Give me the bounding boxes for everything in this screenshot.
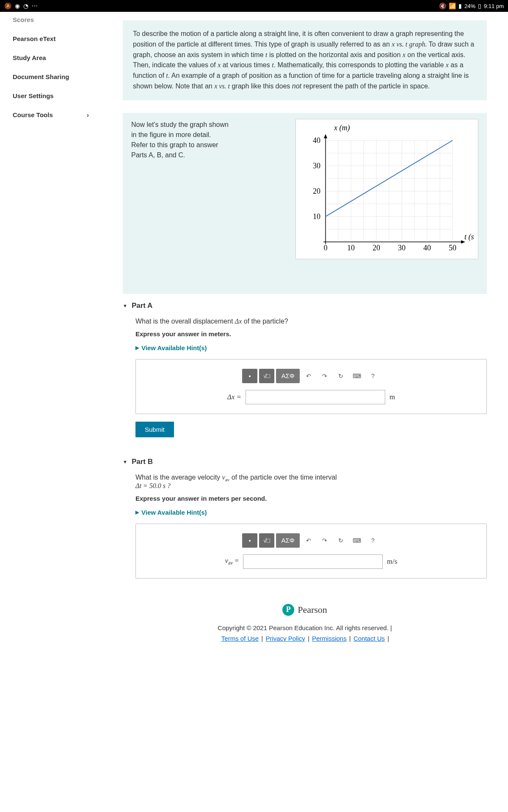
part-a-unit: m (389, 393, 395, 401)
part-a-submit-button[interactable]: Submit (135, 422, 174, 437)
keyboard-button[interactable]: ⌨ (350, 369, 364, 383)
svg-text:50: 50 (449, 244, 456, 252)
part-a-title: Part A (132, 302, 152, 310)
sidebar-item-user-settings[interactable]: User Settings (0, 86, 102, 105)
svg-text:10: 10 (347, 244, 355, 252)
y-axis-label: x (m) (334, 123, 350, 132)
signal-icon: ▮ (458, 3, 462, 9)
clock: 9:11 pm (484, 3, 504, 9)
svg-marker-1 (324, 134, 327, 138)
svg-text:30: 30 (313, 162, 320, 170)
reset-button[interactable]: ↻ (334, 369, 348, 383)
part-a-var-label: Δx = (227, 393, 241, 401)
redo-button[interactable]: ↷ (318, 369, 332, 383)
part-b-body: What is the average velocity vav of the … (123, 474, 487, 591)
terms-link[interactable]: Terms of Use (221, 635, 259, 642)
part-b-toolbar: ▪ √□ ΑΣΦ ↶ ↷ ↻ ⌨ ? (242, 533, 380, 548)
chevron-right-icon: › (87, 111, 89, 118)
greek-symbols-button[interactable]: ΑΣΦ (276, 369, 300, 383)
help-button[interactable]: ? (366, 369, 380, 383)
svg-text:40: 40 (423, 244, 431, 252)
graph-intro-text: Now let's study the graph shown in the f… (131, 120, 229, 160)
part-b-unit: m/s (387, 557, 398, 566)
part-a-hints-link[interactable]: View Available Hint(s) (135, 344, 207, 351)
android-status-bar: 🔕 ◉ ◔ ⋯ 🔇 📶 ▮ 24% ▯ 9:11 pm (0, 0, 508, 12)
whatsapp-icon: ◔ (23, 3, 28, 9)
part-a-input-row: Δx = m (227, 390, 395, 404)
sidebar-item-course-tools[interactable]: Course Tools› (0, 105, 102, 124)
svg-text:40: 40 (313, 136, 320, 145)
part-b-answer-box: ▪ √□ ΑΣΦ ↶ ↷ ↻ ⌨ ? vav = m/s (135, 524, 487, 579)
help-button[interactable]: ? (366, 533, 380, 548)
sidebar-item-etext[interactable]: Pearson eText (0, 29, 102, 48)
more-icon: ⋯ (32, 3, 38, 9)
battery-icon: ▯ (478, 3, 481, 9)
caret-down-icon: ▼ (123, 459, 127, 464)
undo-button[interactable]: ↶ (301, 369, 316, 383)
svg-text:0: 0 (324, 244, 328, 252)
permissions-link[interactable]: Permissions (312, 635, 347, 642)
notification-mute-icon: 🔕 (4, 3, 11, 9)
part-b-header[interactable]: ▼ Part B (123, 450, 487, 474)
reset-button[interactable]: ↻ (334, 533, 348, 548)
sidebar-item-study-area[interactable]: Study Area (0, 48, 102, 67)
part-a-answer-box: ▪ √□ ΑΣΦ ↶ ↷ ↻ ⌨ ? Δx = m (135, 359, 487, 414)
part-b-answer-input[interactable] (243, 554, 383, 569)
undo-button[interactable]: ↶ (301, 533, 316, 548)
status-left: 🔕 ◉ ◔ ⋯ (4, 3, 38, 9)
templates-button[interactable]: ▪ (242, 533, 257, 548)
part-b-var-label: vav = (225, 557, 239, 566)
battery-percent: 24% (464, 3, 475, 9)
mute-icon: 🔇 (439, 3, 446, 9)
part-a-header[interactable]: ▼ Part A (123, 294, 487, 318)
caret-down-icon: ▼ (123, 303, 127, 308)
position-time-chart: x (m) (295, 119, 478, 259)
keyboard-button[interactable]: ⌨ (350, 533, 364, 548)
part-a-answer-input[interactable] (246, 390, 385, 404)
fraction-button[interactable]: √□ (259, 369, 274, 383)
intro-description: To describe the motion of a particle alo… (123, 20, 487, 100)
part-a-instruction: Express your answer in meters. (135, 330, 487, 337)
part-b-input-row: vav = m/s (225, 554, 397, 569)
fraction-button[interactable]: √□ (259, 533, 274, 548)
x-axis-label: t (s) (464, 233, 474, 241)
privacy-link[interactable]: Privacy Policy (265, 635, 305, 642)
svg-text:10: 10 (313, 212, 320, 221)
templates-button[interactable]: ▪ (242, 369, 257, 383)
status-right: 🔇 📶 ▮ 24% ▯ 9:11 pm (439, 3, 504, 9)
pearson-brand-text: Pearson (298, 604, 327, 615)
svg-text:20: 20 (373, 244, 380, 252)
pearson-logo: P Pearson (123, 604, 487, 616)
graph-intro: Now let's study the graph shown in the f… (123, 113, 487, 294)
redo-button[interactable]: ↷ (318, 533, 332, 548)
part-b-hints-link[interactable]: View Available Hint(s) (135, 509, 207, 516)
pearson-p-icon: P (282, 604, 294, 616)
svg-text:30: 30 (398, 244, 406, 252)
wifi-icon: 📶 (449, 3, 456, 9)
part-a-body: What is the overall displacement Δx of t… (123, 318, 487, 450)
part-b-title: Part B (132, 458, 153, 466)
contact-link[interactable]: Contact Us (353, 635, 385, 642)
copyright-text: Copyright © 2021 Pearson Education Inc. … (123, 624, 487, 631)
part-a-question: What is the overall displacement Δx of t… (135, 318, 487, 325)
part-b-question: What is the average velocity vav of the … (135, 474, 487, 490)
footer-links: Terms of Use | Privacy Policy | Permissi… (123, 635, 487, 642)
part-b-instruction: Express your answer in meters per second… (135, 495, 487, 502)
greek-symbols-button[interactable]: ΑΣΦ (276, 533, 300, 548)
line-app-icon: ◉ (15, 3, 20, 9)
sidebar: Scores Pearson eText Study Area Document… (0, 12, 102, 667)
sidebar-item-doc-sharing[interactable]: Document Sharing (0, 67, 102, 86)
part-a-toolbar: ▪ √□ ΑΣΦ ↶ ↷ ↻ ⌨ ? (242, 369, 380, 383)
main-content: To describe the motion of a particle alo… (102, 12, 508, 667)
sidebar-item-scores[interactable]: Scores (0, 16, 102, 29)
svg-text:20: 20 (313, 187, 320, 195)
chart-svg: x (m) (300, 123, 474, 255)
